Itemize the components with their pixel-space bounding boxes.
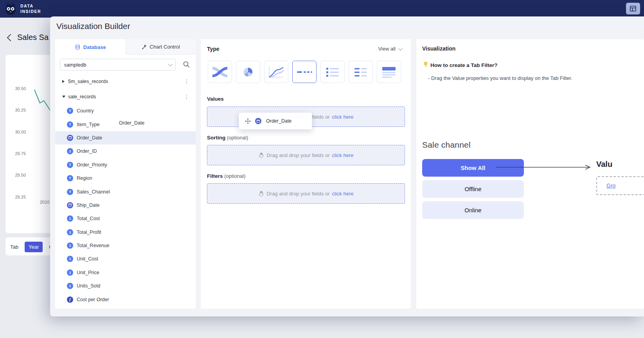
optional-label: (optional) [227, 135, 248, 141]
drag-hand-icon [258, 152, 264, 158]
tab-year[interactable]: Year [25, 242, 43, 252]
layout-grid-button[interactable] [626, 3, 640, 14]
chart-type-line[interactable] [264, 61, 288, 83]
sorting-section-label: Sorting (optional) [207, 135, 248, 141]
modal-title: Visualization Builder [56, 22, 130, 31]
list-alt-chart-icon [352, 65, 369, 79]
pie-chart-icon [241, 65, 255, 79]
field-label: Unit_Price [77, 270, 99, 275]
filter-button-offline[interactable]: Offline [422, 180, 524, 198]
y-axis-label: 30.00 [9, 130, 26, 134]
caret-down-icon[interactable] [62, 96, 65, 98]
type-section-label: Type [207, 46, 219, 52]
tree-field-cost-per-order[interactable]: f Cost per Order [55, 293, 196, 306]
database-select-value: sampledb [64, 62, 86, 68]
kebab-menu-icon[interactable]: ⋮ [182, 78, 191, 85]
tree-field-units-sold[interactable]: 1 Units_Sold [55, 279, 196, 293]
tree-table-5m-sales-records[interactable]: 5m_sales_records ⋮ [55, 74, 196, 89]
hint-title: How to create a Tab Filter? [430, 62, 498, 68]
caret-right-icon[interactable] [62, 80, 65, 83]
search-button[interactable] [182, 60, 191, 69]
visualization-title: Visualization [422, 45, 455, 52]
text-field-icon: T [67, 121, 73, 128]
tree-field-item-type[interactable]: T Item_Type [55, 117, 196, 131]
chart-type-table[interactable] [377, 61, 401, 83]
sorting-dropzone[interactable]: Drag and drop your fields or click here [207, 145, 405, 165]
tab-tab[interactable]: Tab [6, 242, 22, 252]
number-field-icon: 1 [67, 269, 73, 276]
field-label: Order_ID [77, 148, 97, 154]
back-chevron-icon[interactable] [5, 33, 13, 42]
dropzone-text: Drag and drop your fields or [266, 152, 329, 158]
tree-field-order-id[interactable]: 1 Order_ID [55, 145, 196, 158]
tab-chart-control-label: Chart Control [150, 44, 180, 50]
chart-type-dash-line[interactable] [292, 61, 317, 83]
tree-table-sale-records[interactable]: sale_records ⋮ [55, 89, 196, 104]
tree-field-sales-channel[interactable]: T Sales_Channel [55, 185, 196, 198]
chart-type-pie[interactable] [236, 61, 260, 83]
y-axis-label: 29.50 [9, 173, 26, 177]
tree-field-order-date[interactable]: Order_Date [55, 131, 196, 145]
tab-chart-control[interactable]: Chart Control [126, 39, 196, 55]
clipped-group-link[interactable]: Gro [606, 183, 615, 189]
database-panel: Database Chart Control sampledb [55, 39, 196, 309]
tree-field-order-priority[interactable]: T Order_Priority [55, 158, 196, 172]
click-here-link[interactable]: click here [332, 152, 354, 158]
tab-database-label: Database [83, 44, 106, 50]
tree-field-unit-cost[interactable]: 1 Unit_Cost [55, 252, 196, 266]
visualization-panel: Visualization How to create a Tab Filter… [416, 39, 644, 309]
database-tree: 5m_sales_records ⋮ sale_records ⋮ T Coun… [55, 74, 196, 306]
table-label: sale_records [68, 94, 96, 99]
number-field-icon: 1 [67, 215, 73, 222]
view-all-label: View all [378, 46, 396, 52]
clipped-group-dropzone[interactable]: Gro [596, 176, 644, 195]
sorting-label: Sorting [207, 135, 225, 141]
field-label: Item_Type [77, 122, 99, 127]
text-field-icon: T [67, 189, 73, 195]
view-all-button[interactable]: View all [378, 46, 401, 52]
tree-field-unit-price[interactable]: 1 Unit_Price [55, 266, 196, 279]
filter-button-show-all[interactable]: Show All [422, 159, 524, 177]
chart-type-list[interactable] [320, 61, 345, 83]
chevron-down-icon [168, 62, 173, 66]
kebab-menu-icon[interactable]: ⋮ [182, 94, 191, 100]
chart-type-sankey[interactable] [208, 61, 232, 83]
click-here-link[interactable]: click here [332, 114, 354, 120]
tree-field-region[interactable]: T Region [55, 172, 196, 185]
filter-button-online[interactable]: Online [422, 201, 524, 219]
table-chart-icon [380, 65, 398, 79]
builder-panel: Type View all [201, 39, 411, 309]
function-field-icon: f [67, 296, 73, 303]
page-title: Sales Sa [17, 33, 49, 42]
wrench-icon [142, 44, 147, 50]
number-field-icon: 1 [67, 283, 73, 289]
list-chart-icon [324, 65, 341, 79]
search-icon [182, 60, 190, 68]
field-label: Order_Priority [77, 162, 107, 168]
layout-grid-icon [630, 5, 637, 12]
tree-field-total-cost[interactable]: 1 Total_Cost [55, 212, 196, 225]
tree-field-ship-date[interactable]: Ship_Date [55, 199, 196, 212]
number-field-icon: 1 [67, 148, 73, 154]
chart-type-list-alt[interactable] [349, 61, 373, 83]
tree-field-total-revenue[interactable]: 1 Total_Revenue [55, 239, 196, 252]
owl-logo-icon [3, 2, 18, 16]
field-label: Region [77, 175, 92, 181]
tab-database[interactable]: Database [55, 39, 126, 55]
bulb-icon [423, 61, 429, 68]
dragging-field-chip[interactable]: Order_Date [239, 112, 312, 130]
database-select[interactable]: sampledb [60, 59, 176, 70]
field-label: Unit_Cost [77, 256, 98, 262]
number-field-icon: 1 [67, 242, 73, 249]
chip-label: Order_Date [266, 118, 291, 124]
text-field-icon: T [67, 162, 73, 168]
chart-type-selector [208, 61, 401, 83]
filters-dropzone[interactable]: Drag and drop your fields or click here [207, 183, 405, 204]
tree-field-country[interactable]: T Country [55, 104, 196, 117]
hint-body: - Drag the Value properties you want to … [428, 75, 572, 81]
viz-chart-title: Sale channel [422, 140, 471, 150]
click-here-link[interactable]: click here [332, 191, 354, 197]
tree-field-total-profit[interactable]: 1 Total_Profit [55, 226, 196, 239]
y-axis-label: 30.50 [9, 86, 26, 91]
text-field-icon: T [67, 108, 73, 114]
